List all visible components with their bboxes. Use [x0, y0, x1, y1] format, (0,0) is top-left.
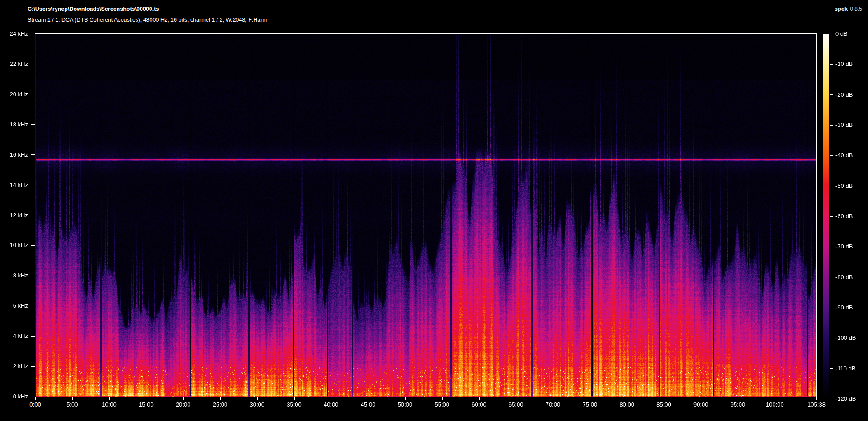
db-tick [830, 308, 833, 308]
time-tick-label: 40:00 [315, 402, 347, 408]
plot-border-top [35, 33, 817, 34]
freq-tick-label: 12 kHz [0, 212, 28, 219]
time-tick-label: 60:00 [463, 402, 495, 408]
app-name: spek [835, 5, 848, 12]
time-tick-label: 10:00 [94, 402, 125, 408]
spek-window: { "header": { "file_path": "C:\\Users\\r… [0, 0, 868, 421]
freq-tick [31, 276, 35, 276]
file-path-title: C:\Users\rynep\Downloads\Screenshots\000… [28, 6, 159, 12]
freq-tick [31, 94, 35, 94]
time-tick [220, 397, 221, 400]
stream-info: Stream 1 / 1: DCA (DTS Coherent Acoustic… [28, 17, 267, 23]
time-tick [294, 397, 295, 400]
freq-tick-label: 8 kHz [0, 272, 28, 279]
freq-tick [31, 34, 35, 34]
time-tick-label: 55:00 [426, 402, 458, 408]
time-tick [257, 397, 258, 400]
freq-tick-label: 10 kHz [0, 242, 28, 248]
db-tick-label: 0 dB [835, 31, 848, 37]
time-tick [516, 397, 516, 400]
time-tick-label: 25:00 [204, 402, 236, 408]
freq-tick-label: 2 kHz [0, 363, 28, 370]
time-tick [442, 397, 443, 400]
time-tick-label: 20:00 [167, 402, 199, 408]
time-tick [590, 397, 590, 400]
db-tick-label: -20 dB [835, 92, 853, 98]
spectrogram-canvas [35, 34, 816, 397]
db-tick [830, 94, 833, 95]
freq-tick-label: 16 kHz [0, 152, 28, 158]
time-tick-label: 35:00 [278, 402, 310, 408]
db-tick-label: -50 dB [835, 183, 853, 189]
db-tick-label: -110 dB [835, 365, 856, 372]
freq-tick-label: 14 kHz [0, 182, 28, 188]
time-tick [775, 397, 775, 400]
time-tick-label: 5:00 [57, 402, 88, 408]
freq-tick [31, 64, 35, 64]
db-tick-label: -100 dB [835, 335, 856, 341]
db-tick [830, 64, 833, 65]
freq-tick [31, 397, 35, 397]
db-tick-label: -30 dB [835, 122, 853, 128]
time-tick [738, 397, 738, 400]
freq-tick-label: 18 kHz [0, 122, 28, 128]
freq-tick [31, 336, 35, 337]
time-tick [479, 397, 480, 400]
db-tick-label: -120 dB [835, 396, 856, 402]
freq-tick [31, 185, 35, 185]
db-tick-label: -70 dB [835, 243, 853, 250]
time-tick [368, 397, 368, 400]
time-tick [816, 397, 817, 400]
time-tick [183, 397, 184, 400]
time-tick-label: 65:00 [500, 402, 532, 408]
time-tick [553, 397, 553, 400]
time-tick-label: 75:00 [574, 402, 606, 408]
time-tick-label: 85:00 [648, 402, 679, 408]
db-tick-label: -90 dB [835, 304, 853, 311]
db-tick [830, 155, 833, 156]
time-tick-label: 15:00 [130, 402, 162, 408]
freq-tick-label: 22 kHz [0, 61, 28, 67]
time-tick [331, 397, 331, 400]
app-brand: spek0.8.5 [835, 5, 862, 12]
db-tick [830, 399, 833, 399]
freq-tick-label: 24 kHz [0, 31, 28, 37]
time-tick-label: 50:00 [389, 402, 421, 408]
freq-tick [31, 215, 35, 215]
db-tick-label: -40 dB [835, 152, 853, 159]
time-tick [35, 397, 36, 400]
db-tick [830, 277, 833, 277]
time-tick [109, 397, 110, 400]
db-tick [830, 216, 833, 217]
db-tick [830, 338, 833, 338]
db-tick [830, 247, 833, 247]
freq-tick-label: 20 kHz [0, 91, 28, 98]
time-tick-label: 70:00 [537, 402, 569, 408]
db-tick [830, 125, 833, 126]
time-tick-label: 90:00 [685, 402, 717, 408]
time-tick-label: 100:00 [759, 402, 791, 408]
db-tick-label: -10 dB [835, 61, 853, 67]
time-tick [664, 397, 664, 400]
time-tick [146, 397, 146, 400]
freq-tick-label: 6 kHz [0, 303, 28, 309]
db-tick-label: -60 dB [835, 213, 853, 220]
freq-tick-label: 4 kHz [0, 333, 28, 339]
plot-border-right [816, 33, 817, 397]
freq-tick [31, 124, 35, 125]
time-tick-label: 95:00 [722, 402, 754, 408]
db-tick-label: -80 dB [835, 274, 853, 281]
time-tick [701, 397, 701, 400]
freq-tick [31, 306, 35, 306]
time-tick [627, 397, 627, 400]
app-version: 0.8.5 [850, 6, 862, 12]
freq-tick-label: 0 kHz [0, 393, 28, 400]
db-tick [830, 368, 833, 369]
freq-tick [31, 245, 35, 246]
time-tick-label: 0:00 [19, 402, 51, 408]
time-tick-label: 45:00 [352, 402, 384, 408]
freq-tick [31, 154, 35, 155]
time-tick-label: 30:00 [241, 402, 273, 408]
time-tick [405, 397, 406, 400]
time-tick [72, 397, 73, 400]
